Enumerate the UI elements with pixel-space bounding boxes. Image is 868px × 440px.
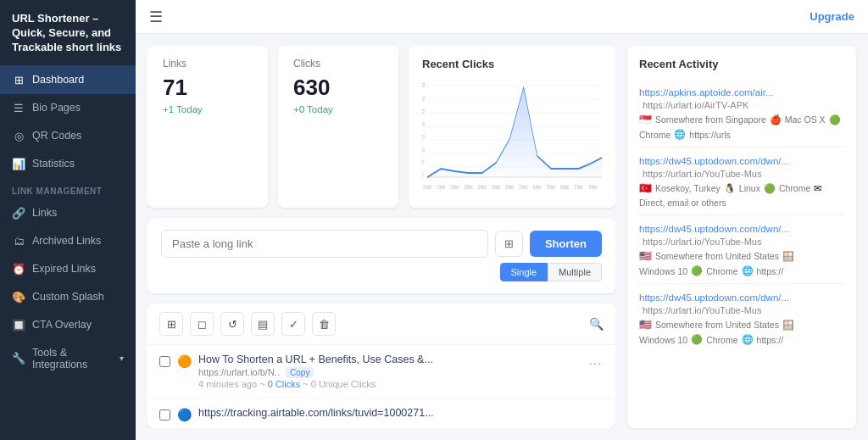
single-toggle-button[interactable]: Single: [500, 263, 548, 281]
link-checkbox[interactable]: [159, 356, 170, 367]
tool-check-icon[interactable]: ✓: [281, 312, 305, 336]
upgrade-button[interactable]: Upgrade: [810, 10, 854, 23]
list-item: 🔵 https://tracking.airtable.com/links/tu…: [147, 398, 615, 428]
activity-browser: Chrome: [779, 183, 810, 193]
svg-text:21 March: 21 March: [492, 183, 500, 190]
activity-browser: Chrome: [706, 335, 737, 345]
os-icon: 🍎: [770, 114, 782, 125]
list-item: 🟠 How To Shorten a URL + Benefits, Use C…: [147, 345, 615, 398]
link-short-url: https://urlart.io/b/N.. Copy: [198, 367, 580, 377]
archived-links-icon: 🗂: [12, 235, 25, 248]
links-label: Links: [163, 58, 253, 70]
activity-redirect: https://urlart.io/YouTube-Mus: [643, 305, 761, 315]
tool-delete-icon[interactable]: 🗑: [312, 312, 336, 336]
sidebar-item-label: Dashboard: [32, 74, 84, 86]
svg-text:20 March: 20 March: [478, 183, 487, 190]
sidebar-item-label: QR Codes: [32, 130, 81, 142]
links-delta: +1 Today: [163, 104, 253, 114]
recent-clicks-chart: Recent Clicks 35 30: [409, 46, 615, 208]
content-area: Links 71 +1 Today Clicks 630 +0 Today Re…: [136, 34, 868, 440]
tool-list-icon[interactable]: ◻: [190, 312, 214, 336]
link-management-label: Link Management: [0, 178, 136, 199]
sidebar-item-tools-integrations[interactable]: 🔧 Tools & Integrations ▾: [0, 339, 136, 378]
sidebar-item-bio-pages[interactable]: ☰ Bio Pages: [0, 94, 136, 122]
svg-text:25 March: 25 March: [547, 183, 555, 190]
clicks-link[interactable]: 0 Clicks: [268, 379, 301, 389]
svg-text:27 March: 27 March: [575, 183, 583, 190]
long-url-input[interactable]: [161, 230, 488, 258]
copy-tag[interactable]: Copy: [286, 367, 314, 378]
sidebar-item-label: CTA Overlay: [32, 319, 92, 331]
stats-row: Links 71 +1 Today Clicks 630 +0 Today Re…: [147, 46, 615, 208]
browser-icon: 🟢: [691, 334, 703, 345]
activity-link[interactable]: https://apkins.aptoide.com/air...: [639, 87, 774, 97]
sidebar-item-qr-codes[interactable]: ◎ QR Codes: [0, 122, 136, 150]
tool-grid-icon[interactable]: ⊞: [159, 312, 183, 336]
activity-meta: 🇺🇸 Somewhere from United States 🪟 Window…: [639, 250, 844, 276]
os-icon: 🪟: [782, 320, 794, 331]
activity-meta: 🇸🇬 Somewhere from Singapore 🍎 Mac OS X 🟢…: [639, 114, 844, 140]
activity-extra: https://urls: [689, 130, 730, 140]
activity-extra: https://: [757, 335, 784, 345]
activity-extra: https://: [757, 266, 784, 276]
sidebar-item-statistics[interactable]: 📊 Statistics: [0, 150, 136, 178]
sidebar-item-label: Custom Splash: [32, 291, 104, 303]
tool-filter-icon[interactable]: ▤: [251, 312, 275, 336]
svg-text:25: 25: [422, 108, 425, 114]
svg-text:18 March: 18 March: [450, 183, 459, 190]
extra-icon: ✉: [814, 183, 821, 194]
extra-icon: 🌐: [742, 334, 754, 345]
extra-icon: 🌐: [742, 265, 754, 276]
svg-text:19 March: 19 March: [465, 183, 473, 190]
sidebar-item-label: Archived Links: [32, 235, 101, 247]
links-value: 71: [163, 75, 253, 101]
link-checkbox[interactable]: [159, 409, 170, 421]
activity-os: Mac OS X: [785, 114, 826, 125]
settings-icon-button[interactable]: ⊞: [495, 231, 523, 257]
activity-extra: Direct, email or others: [639, 198, 726, 208]
activity-link[interactable]: https://dw45.uptodown.com/dwn/...: [639, 156, 789, 166]
activity-meta: 🇹🇷 Kosekoy, Turkey 🐧 Linux 🟢 Chrome ✉ Di…: [639, 182, 844, 208]
sidebar-item-custom-splash[interactable]: 🎨 Custom Splash: [0, 283, 136, 311]
statistics-icon: 📊: [12, 158, 25, 170]
links-icon: 🔗: [12, 207, 25, 220]
svg-text:28 March: 28 March: [589, 183, 598, 190]
right-panel: Recent Activity https://apkins.aptoide.c…: [627, 46, 856, 428]
clicks-label: Clicks: [293, 58, 383, 70]
activity-os: Windows 10: [639, 266, 687, 276]
sidebar-item-dashboard[interactable]: ⊞ Dashboard: [0, 66, 136, 94]
activity-browser: Chrome: [706, 266, 737, 276]
topbar: ☰ Upgrade: [136, 0, 868, 34]
single-multiple-toggle: Single Multiple: [161, 263, 602, 281]
multiple-toggle-button[interactable]: Multiple: [548, 263, 602, 281]
shortener-card: ⊞ Shorten Single Multiple: [147, 218, 615, 293]
link-favicon: 🔵: [177, 408, 192, 421]
search-icon[interactable]: 🔍: [589, 317, 604, 331]
sidebar-item-archived-links[interactable]: 🗂 Archived Links: [0, 227, 136, 255]
tool-refresh-icon[interactable]: ↺: [220, 312, 244, 336]
tools-icon: 🔧: [12, 352, 25, 365]
link-title: How To Shorten a URL + Benefits, Use Cas…: [198, 354, 580, 365]
recent-activity-title: Recent Activity: [639, 58, 844, 70]
sidebar-item-expired-links[interactable]: ⏰ Expired Links: [0, 255, 136, 283]
flag-icon: 🇹🇷: [639, 182, 652, 194]
bio-pages-icon: ☰: [12, 102, 25, 114]
activity-link[interactable]: https://dw45.uptodown.com/dwn/...: [639, 292, 789, 303]
os-icon: 🐧: [724, 183, 736, 194]
links-toolbar: ⊞ ◻ ↺ ▤ ✓ 🗑 🔍: [147, 304, 615, 345]
link-favicon: 🟠: [177, 354, 192, 368]
svg-text:24 March: 24 March: [533, 183, 542, 190]
recent-activity-card: Recent Activity https://apkins.aptoide.c…: [627, 46, 856, 428]
activity-redirect: https://urlart.io/AirTV-APK: [643, 100, 748, 110]
more-options-button[interactable]: ⋯: [587, 354, 604, 373]
dashboard-icon: ⊞: [12, 74, 25, 86]
menu-icon[interactable]: ☰: [149, 8, 163, 26]
sidebar-item-label: Expired Links: [32, 263, 96, 275]
chart-area: 35 30 25 20 15 10 5 0: [422, 77, 602, 196]
chart-title: Recent Clicks: [422, 58, 602, 70]
sidebar-item-cta-overlay[interactable]: 🔲 CTA Overlay: [0, 311, 136, 339]
flag-icon: 🇺🇸: [639, 319, 652, 331]
sidebar-item-links[interactable]: 🔗 Links: [0, 199, 136, 227]
shorten-button[interactable]: Shorten: [530, 231, 602, 257]
activity-link[interactable]: https://dw45.uptodown.com/dwn/...: [639, 224, 789, 234]
